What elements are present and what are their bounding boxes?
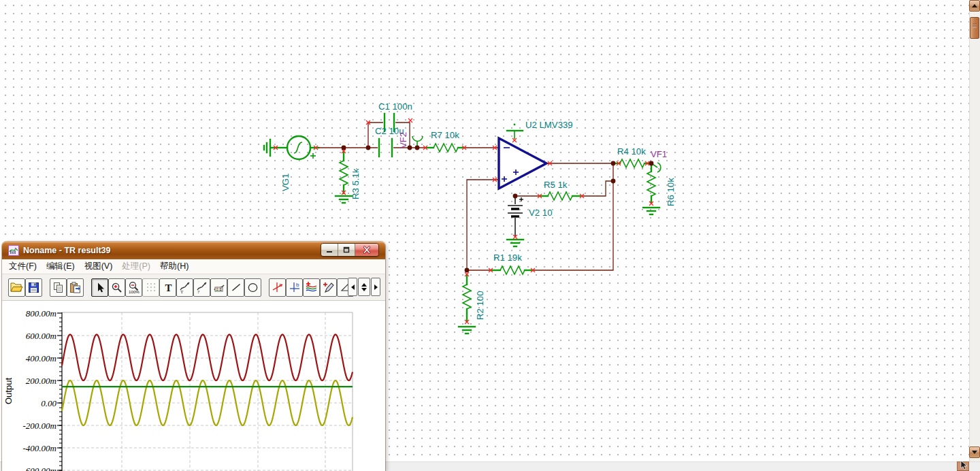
label-r3[interactable]: R3 5.1k bbox=[350, 168, 361, 199]
svg-text:a: a bbox=[279, 282, 282, 288]
label-c1[interactable]: C1 100n bbox=[378, 101, 412, 112]
probe-pen-button[interactable] bbox=[320, 278, 337, 297]
component-r1[interactable] bbox=[491, 266, 533, 274]
svg-text:800.00m: 800.00m bbox=[26, 308, 56, 319]
arrow-up-icon bbox=[361, 283, 367, 287]
paste-button[interactable] bbox=[67, 278, 84, 297]
titlebar[interactable]: Noname - TR result39 bbox=[2, 242, 385, 259]
scrollbar-thumb[interactable] bbox=[970, 17, 979, 39]
arrow-up-icon bbox=[972, 4, 977, 7]
add-curves-button[interactable] bbox=[303, 278, 320, 297]
prev-page-button[interactable] bbox=[348, 278, 357, 296]
restore-icon bbox=[341, 245, 352, 255]
svg-text:T: T bbox=[180, 289, 184, 294]
zoom-in-icon bbox=[111, 282, 122, 293]
menu-file[interactable]: 文件(F) bbox=[9, 261, 37, 272]
cursor-b-button[interactable]: b bbox=[286, 278, 303, 297]
label-vg1[interactable]: VG1 bbox=[280, 174, 291, 191]
label-u2[interactable]: U2 LMV339 bbox=[525, 120, 573, 130]
cursor-a-button[interactable]: a bbox=[269, 278, 286, 297]
result-toolbar: 100% T bbox=[2, 274, 385, 301]
copy-button[interactable] bbox=[50, 278, 67, 297]
menu-help[interactable]: 帮助(H) bbox=[160, 261, 189, 272]
arrow-down-icon bbox=[972, 451, 977, 454]
paste-icon bbox=[69, 282, 82, 293]
app-root: VG1 R3 5.1k C1 100n C2 10u VF2 R7 10k U2… bbox=[0, 0, 980, 471]
scroll-up-button[interactable] bbox=[969, 0, 980, 12]
axis-label-a-button[interactable]: T bbox=[176, 278, 193, 297]
ground-r2[interactable] bbox=[459, 327, 475, 334]
ground-r3[interactable] bbox=[336, 196, 352, 203]
label-r2[interactable]: R2 100 bbox=[475, 291, 485, 320]
component-c2[interactable] bbox=[379, 139, 392, 157]
page-spinner[interactable] bbox=[358, 278, 370, 296]
label-r1[interactable]: R1 19k bbox=[493, 253, 522, 263]
svg-text:0.00: 0.00 bbox=[41, 398, 56, 408]
minimize-button[interactable] bbox=[321, 244, 338, 256]
copy-icon bbox=[52, 282, 64, 293]
add-curves-icon bbox=[305, 281, 318, 293]
chart-area[interactable]: 800.00m600.00m400.00m200.00m0.00-200.00m… bbox=[2, 301, 385, 471]
zoom-in-button[interactable] bbox=[108, 278, 125, 297]
component-vg1[interactable] bbox=[272, 136, 318, 159]
legend-button[interactable] bbox=[210, 278, 227, 297]
text-tool-button[interactable]: T bbox=[159, 278, 176, 297]
window-controls bbox=[321, 243, 379, 257]
page-nav-group bbox=[348, 278, 380, 296]
open-button[interactable] bbox=[8, 278, 25, 297]
line-tool-icon bbox=[231, 282, 242, 293]
menu-view[interactable]: 视图(V) bbox=[84, 261, 113, 272]
svg-text:?: ? bbox=[197, 289, 199, 294]
restore-button[interactable] bbox=[338, 244, 355, 256]
zoom-100-icon: 100% bbox=[128, 281, 140, 293]
vertical-scrollbar[interactable] bbox=[969, 0, 980, 461]
component-r2[interactable] bbox=[463, 274, 471, 321]
next-page-button[interactable] bbox=[371, 278, 380, 296]
window-chart-icon bbox=[8, 245, 19, 256]
label-vf2[interactable]: VF2 bbox=[398, 132, 408, 148]
component-r3[interactable] bbox=[340, 151, 348, 193]
component-u2-opamp[interactable] bbox=[499, 124, 546, 189]
scroll-down-button[interactable] bbox=[969, 446, 980, 458]
arrow-left-icon bbox=[351, 285, 355, 290]
close-icon bbox=[361, 245, 372, 255]
grid-toggle-button bbox=[142, 278, 159, 297]
ground-v2[interactable] bbox=[507, 240, 523, 246]
component-v2[interactable] bbox=[508, 196, 523, 236]
label-r5[interactable]: R5 1k bbox=[544, 180, 568, 190]
ellipse-tool-button[interactable] bbox=[244, 278, 261, 297]
menu-process: 处理(P) bbox=[122, 261, 150, 272]
minimize-icon bbox=[324, 245, 335, 255]
svg-text:-400.00m: -400.00m bbox=[23, 443, 56, 453]
arrow-right-icon bbox=[374, 285, 378, 290]
axis-label-b-button[interactable]: ? bbox=[193, 278, 210, 297]
label-vf1[interactable]: VF1 bbox=[651, 149, 667, 159]
component-r4[interactable] bbox=[616, 159, 651, 167]
close-button[interactable] bbox=[355, 244, 378, 256]
svg-text:100%: 100% bbox=[129, 289, 140, 294]
legend-icon bbox=[213, 282, 225, 293]
component-r5[interactable] bbox=[540, 192, 581, 200]
select-arrow-icon bbox=[95, 282, 105, 293]
zoom-100-button[interactable]: 100% bbox=[125, 278, 142, 297]
ground-left[interactable] bbox=[264, 140, 270, 156]
label-r4[interactable]: R4 10k bbox=[617, 146, 646, 157]
select-arrow-button[interactable] bbox=[91, 278, 108, 297]
menu-edit[interactable]: 编辑(E) bbox=[46, 261, 75, 272]
cursor-a-icon: a bbox=[272, 281, 284, 293]
save-button[interactable] bbox=[25, 278, 42, 297]
ellipse-tool-icon bbox=[247, 282, 259, 293]
svg-text:T: T bbox=[165, 282, 172, 293]
arrow-down-icon bbox=[361, 288, 367, 291]
svg-text:b: b bbox=[296, 282, 299, 288]
line-tool-button[interactable] bbox=[227, 278, 244, 297]
component-r7[interactable] bbox=[426, 144, 463, 152]
svg-text:200.00m: 200.00m bbox=[26, 376, 56, 386]
label-r7[interactable]: R7 10k bbox=[431, 130, 459, 140]
label-v2[interactable]: V2 10 bbox=[529, 208, 552, 218]
component-r6[interactable] bbox=[647, 165, 655, 203]
floppy-icon bbox=[28, 282, 39, 293]
ground-r6[interactable] bbox=[643, 208, 659, 214]
label-r6[interactable]: R6 10k bbox=[666, 178, 676, 206]
menu-bar: 文件(F) 编辑(E) 视图(V) 处理(P) 帮助(H) bbox=[2, 259, 385, 274]
